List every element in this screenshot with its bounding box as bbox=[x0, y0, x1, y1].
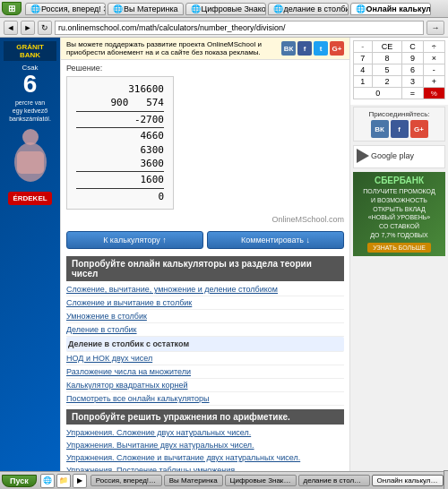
top-taskbar: ⊞ 🌐 Россия, вперед! Электр... 🌐 Вы Матер… bbox=[0, 0, 448, 18]
running-app-3[interactable]: Цифровые Знакомства! bbox=[225, 475, 297, 486]
exercise-item-3[interactable]: Упражнения. Сложение и вычитание двух на… bbox=[61, 451, 349, 464]
exercise-item-4[interactable]: Упражнения. Постоение таблицы умножения. bbox=[61, 464, 349, 471]
ad-subtext: percre van egy kedvező bankszámlatól. bbox=[4, 99, 56, 123]
bottom-taskbar: Пуск 🌐 📁 ▶ Россия, вперед! Электр... Вы … bbox=[0, 471, 448, 489]
list-item-9[interactable]: Посмотреть все онлайн калькуляторы bbox=[66, 392, 344, 406]
calc-line-6: 3600 bbox=[76, 157, 164, 170]
counter-cell-2[interactable]: 2 bbox=[372, 76, 402, 88]
tab-2[interactable]: 🌐 Вы Материнка bbox=[108, 3, 184, 15]
join-section: Присоединяйтесь: ВК f G+ bbox=[353, 107, 445, 142]
system-time: 16:08 11.09.2013 bbox=[444, 470, 448, 490]
counter-cell-9[interactable]: 9 bbox=[402, 53, 423, 64]
list-item-2[interactable]: Сложение и вычитание в столбик bbox=[66, 296, 344, 310]
list-item-1[interactable]: Сложение, вычитание, умножение и деление… bbox=[66, 283, 344, 296]
section1-list: Сложение, вычитание, умножение и деление… bbox=[61, 283, 349, 406]
running-app-1[interactable]: Россия, вперед! Электр... bbox=[90, 475, 162, 486]
percent-button[interactable]: % bbox=[423, 88, 444, 99]
facebook-icon[interactable]: f bbox=[297, 41, 312, 56]
banner-text: Вы можете поддержать развитие проекта On… bbox=[66, 40, 278, 56]
refresh-button[interactable]: ↻ bbox=[38, 21, 52, 35]
quick-launch-icons: 🌐 📁 ▶ bbox=[40, 474, 87, 488]
ie-icon[interactable]: 🌐 bbox=[40, 474, 55, 488]
join-title: Присоединяйтесь: bbox=[357, 110, 442, 118]
tab-1[interactable]: 🌐 Россия, вперед! Электр... bbox=[25, 3, 106, 15]
calc-line-3: -2700 bbox=[76, 113, 164, 126]
granit-bank-ad[interactable]: GRÁNIT BANK Csak 6 percre van egy kedvez… bbox=[0, 38, 60, 471]
google-play-section[interactable]: Google play bbox=[353, 145, 445, 168]
join-vk-icon[interactable]: ВК bbox=[371, 120, 389, 138]
sberbank-ad[interactable]: СБЕРБАНК ПОЛУЧИТЕ ПРОМОКОД И ВОЗМОЖНОСТЬ… bbox=[353, 172, 445, 256]
section2-header: Попробуйте решить упражнения по арифмети… bbox=[66, 409, 344, 425]
google-plus-icon[interactable]: G+ bbox=[330, 41, 344, 56]
right-sidebar: - CE C ÷ 7 8 9 × 4 5 6 - 1 bbox=[349, 38, 448, 471]
play-icon bbox=[357, 149, 369, 163]
start-button[interactable]: Пуск bbox=[2, 475, 37, 487]
running-app-2[interactable]: Вы Материнка bbox=[164, 475, 223, 486]
counter-cell-4[interactable]: 4 bbox=[354, 64, 373, 76]
list-item-5[interactable]: Деление в столбик с остатком bbox=[66, 337, 344, 352]
sberbank-logo: СБЕРБАНК bbox=[357, 176, 442, 185]
tab-3[interactable]: 🌐 Цифровые Знакомства! bbox=[185, 3, 266, 15]
start-button-top[interactable]: ⊞ bbox=[2, 2, 22, 15]
folder-icon[interactable]: 📁 bbox=[56, 474, 71, 488]
counter-cell: - bbox=[354, 41, 373, 53]
counter-cell-0[interactable]: 0 bbox=[354, 88, 402, 99]
counter-cell-1[interactable]: 1 bbox=[354, 76, 373, 88]
counter-cell-plus[interactable]: + bbox=[423, 76, 444, 88]
counter-table: - CE C ÷ 7 8 9 × 4 5 6 - 1 bbox=[353, 40, 445, 99]
svg-rect-2 bbox=[17, 151, 44, 174]
url-input[interactable]: ru.onlinemschool.com/math/calculators/nu… bbox=[55, 21, 424, 35]
media-icon[interactable]: ▶ bbox=[73, 474, 87, 488]
join-icons: ВК f G+ bbox=[357, 120, 442, 138]
tab-icon-5: 🌐 bbox=[356, 4, 365, 13]
browser-tabs: 🌐 Россия, вперед! Электр... 🌐 Вы Материн… bbox=[25, 3, 446, 15]
google-play-label: Google play bbox=[371, 151, 414, 160]
list-item-8[interactable]: Калькулятор квадратных корней bbox=[66, 379, 344, 392]
google-play-logo: Google play bbox=[357, 149, 442, 163]
running-apps: Россия, вперед! Электр... Вы Материнка Ц… bbox=[90, 475, 444, 486]
calculator-button[interactable]: К калькулятору ↑ bbox=[66, 231, 203, 249]
social-icons: ВК f t G+ bbox=[281, 41, 344, 56]
calc-divider-3 bbox=[76, 171, 164, 172]
forward-button[interactable]: ► bbox=[21, 21, 35, 35]
calc-line-7: 1600 bbox=[76, 173, 164, 186]
section1-header: Попробуйте онлайн калькуляторы из раздел… bbox=[66, 256, 344, 281]
counter-cell-eq[interactable]: = bbox=[402, 88, 423, 99]
tab-icon-1: 🌐 bbox=[30, 4, 39, 13]
comment-button[interactable]: Комментировать ↓ bbox=[207, 231, 344, 249]
calc-divider-2 bbox=[76, 127, 164, 128]
twitter-icon[interactable]: t bbox=[314, 41, 328, 56]
exercise-item-2[interactable]: Упражнения. Вычитание двух натуральных ч… bbox=[61, 439, 349, 451]
counter-cell-6[interactable]: 6 bbox=[402, 64, 423, 76]
join-fb-icon[interactable]: f bbox=[391, 120, 409, 138]
list-item-7[interactable]: Разложение числа на множители bbox=[66, 365, 344, 379]
counter-cell-8[interactable]: 8 bbox=[372, 53, 402, 64]
tab-4[interactable]: 🌐 делание в столбик кал... bbox=[268, 3, 349, 15]
system-tray: 16:08 11.09.2013 bbox=[444, 470, 448, 490]
counter-cell-7[interactable]: 7 bbox=[354, 53, 373, 64]
calc-display: Решение: 316600 900 574 -2700 4660 6300 … bbox=[66, 64, 344, 224]
problem-label: Решение: bbox=[66, 64, 344, 73]
go-button[interactable]: → bbox=[426, 21, 444, 35]
counter-cell[interactable]: ÷ bbox=[423, 41, 444, 53]
counter-cell-5[interactable]: 5 bbox=[372, 64, 402, 76]
uznat-button[interactable]: УЗНАТЬ БОЛЬШЕ bbox=[367, 243, 431, 253]
counter-cell-3[interactable]: 3 bbox=[402, 76, 423, 88]
vk-icon[interactable]: ВК bbox=[281, 41, 296, 56]
join-gplus-icon[interactable]: G+ bbox=[410, 120, 428, 138]
exercise-item-1[interactable]: Упражнения. Сложение двух натуральных чи… bbox=[61, 426, 349, 439]
ad-number: 6 bbox=[4, 72, 56, 97]
running-app-4[interactable]: делание в столбик кал... bbox=[298, 475, 370, 486]
back-button[interactable]: ◄ bbox=[4, 21, 18, 35]
counter-cell-x[interactable]: × bbox=[423, 53, 444, 64]
counter-cell-minus[interactable]: - bbox=[423, 64, 444, 76]
running-app-5[interactable]: Онлайн калькулятор... bbox=[372, 475, 444, 486]
list-item-6[interactable]: НОД и НОК двух чисел bbox=[66, 352, 344, 365]
list-item-3[interactable]: Умножение в столбик bbox=[66, 310, 344, 323]
address-bar: ◄ ► ↻ ru.onlinemschool.com/math/calculat… bbox=[0, 18, 448, 38]
section2-list: Упражнения. Сложение двух натуральных чи… bbox=[61, 426, 349, 471]
list-item-4[interactable]: Деление в столбик bbox=[66, 323, 344, 337]
tab-icon-3: 🌐 bbox=[191, 4, 200, 13]
tab-5[interactable]: 🌐 Онлайн калькулятор ... bbox=[350, 3, 431, 15]
erdekel-button[interactable]: ÉRDEKEL bbox=[8, 192, 51, 205]
